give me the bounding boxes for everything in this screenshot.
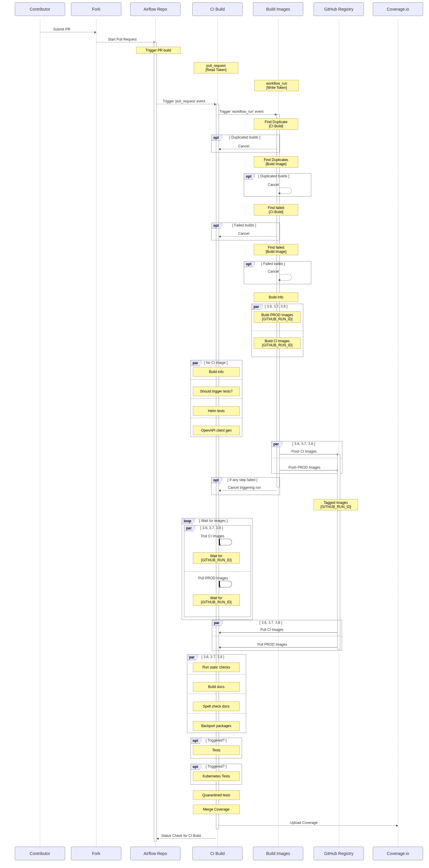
frag-label-par1: par <box>252 304 262 310</box>
frag-label-loop: loop <box>182 518 194 524</box>
actor-cibuild-top: CI Build <box>192 2 242 16</box>
frag-cond-dup2: [ Duplicated builds ] <box>258 174 289 178</box>
arrow-cancel-1 <box>219 149 277 149</box>
msg-upload-cov: Upload Coverage <box>290 820 318 825</box>
msg-cancel-1: Cancel <box>238 144 249 148</box>
note-wait-2: Wait for[GITHUB_RUN_ID] <box>193 594 240 606</box>
frag-label-opt: opt <box>211 135 222 141</box>
frag-cond-ver4: [ 3.6, 3.7, 3.8 ] <box>260 621 282 625</box>
note-build-prod: Build PROD Images[GITHUB_RUN_ID] <box>254 311 301 323</box>
sequence-diagram: Contributor Fork Airflow Repo CI Build B… <box>0 0 429 868</box>
note-openapi: OpenAPI client gen <box>193 426 240 435</box>
arrow-push-prod <box>279 470 339 470</box>
arrow-trigger-wr-event <box>219 114 277 115</box>
self-loop-cancel-bi2 <box>279 274 292 281</box>
actor-coverage-bot: Coverage.io <box>373 847 423 860</box>
note-tagged: Tagged Images[GITHUB_RUN_ID] <box>314 499 358 510</box>
frag-cond-ver3: [ 3.6, 3.7, 3.8 ] <box>200 526 223 530</box>
lifeline-coverage <box>398 19 398 847</box>
msg-pull-ci-2: Pull CI Images <box>260 628 284 632</box>
msg-pull-prod-1: Pull PROD Images <box>198 576 228 580</box>
note-trigger-pr-build: Trigger PR build <box>136 47 180 54</box>
note-tests: Tests <box>193 745 240 755</box>
arrow-status-check <box>157 838 216 839</box>
actor-buildimages-top: Build Images <box>253 2 303 16</box>
frag-label-opt7: opt <box>191 764 201 770</box>
frag-cond-noci: [ No CI image ] <box>204 361 228 365</box>
note-should-trigger: Should trigger tests? <box>193 386 240 396</box>
actor-ghregistry-bot: GitHub Registry <box>314 847 364 860</box>
actor-fork-bot: Fork <box>71 847 121 860</box>
arrow-start-pr <box>96 42 155 42</box>
arrow-cancel-trig <box>219 490 277 491</box>
frag-label-par6: par <box>187 655 198 660</box>
note-build-docs: Build docs <box>193 682 240 691</box>
note-k8s: Kubernetes Tests <box>193 772 240 781</box>
actor-contributor-bot: Contributor <box>15 847 65 860</box>
note-build-info-2: Build info <box>193 367 240 377</box>
note-run-static: Run static checks <box>193 662 240 672</box>
frag-opt-dup-ci: opt [ Duplicated builds ] <box>211 135 280 152</box>
note-merge-cov: Merge Coverage <box>193 805 240 814</box>
arrow-pull-ci-2 <box>219 632 337 633</box>
frag-label-par3: par <box>272 441 282 447</box>
msg-cancel-4: Cancel <box>268 270 279 274</box>
frag-label-opt2: opt <box>244 174 255 179</box>
msg-pull-ci-1: Pull CI Images <box>201 534 224 538</box>
self-loop-pullci <box>219 539 232 545</box>
actor-cibuild-bot: CI Build <box>192 847 242 860</box>
self-loop-cancel-bi <box>279 187 292 194</box>
msg-pull-prod-2: Pull PROD Images <box>257 643 287 647</box>
frag-label-opt4: opt <box>244 261 255 267</box>
note-find-dup-ci: Find Duplicate[CI Build] <box>254 118 298 130</box>
frag-label-opt3: opt <box>211 223 222 228</box>
frag-cond-trig1: [ Triggered? ] <box>206 738 227 742</box>
frag-cond-failed2: [ Failed builds ] <box>261 262 285 266</box>
note-find-failed-ci: Find failed[CI Build] <box>254 204 298 216</box>
activation-airflow <box>154 42 157 841</box>
frag-label-par4: par <box>184 525 195 531</box>
note-wait-1: Wait for[GITHUB_RUN_ID] <box>193 552 240 564</box>
actor-airflow-top: Airflow Repo <box>130 2 180 16</box>
msg-submit-pr: Submit PR <box>53 27 70 31</box>
lifeline-ghregistry <box>339 19 339 847</box>
arrow-push-ci <box>279 454 339 455</box>
frag-label-opt5: opt <box>211 477 222 483</box>
note-backport: Backport packages <box>193 721 240 731</box>
actor-coverage-top: Coverage.io <box>373 2 423 16</box>
self-loop-pullprod <box>219 581 232 587</box>
msg-push-ci: Push CI Images <box>291 450 317 454</box>
note-spell: Spell check docs <box>193 702 240 711</box>
frag-cond-ver5: [ 3.6, 3.7, 3.8 ] <box>201 655 224 659</box>
msg-trigger-pr-event: Trigger 'pull_request' event <box>163 99 205 103</box>
arrow-submit-pr <box>40 32 96 32</box>
note-find-dup-bi: Find Duplicates[Build Image] <box>254 156 298 167</box>
frag-cond-wait: [ Wait for images ] <box>199 519 228 523</box>
msg-status-check: Status Check for CI Build <box>161 834 201 838</box>
note-quarantined: Quarantined tests <box>193 790 240 800</box>
note-pull-request: pull_request[Read Token] <box>194 62 238 73</box>
arrow-trigger-pr-event <box>157 104 216 104</box>
msg-trigger-wr-event: Trigger 'workflow_run' event <box>220 110 264 114</box>
frag-label-par2: par <box>191 360 201 366</box>
frag-label-par5: par <box>212 620 223 626</box>
frag-cond-dup: [ Duplicated builds ] <box>229 135 260 140</box>
frag-cond-failed: [ Failed builds ] <box>232 223 256 227</box>
actor-buildimages-bot: Build Images <box>253 847 303 860</box>
actor-fork-top: Fork <box>71 2 121 16</box>
msg-start-pr: Start Pull Request <box>108 37 137 41</box>
msg-cancel-2: Cancel <box>268 183 279 187</box>
msg-cancel-3: Cancel <box>238 231 249 236</box>
actor-contributor-top: Contributor <box>15 2 65 16</box>
frag-label-opt6: opt <box>191 738 201 744</box>
frag-cond-anyfail: [ If any step failed ] <box>228 478 257 482</box>
note-find-failed-bi: Find failed[Build Image] <box>254 244 298 255</box>
arrow-cancel-3 <box>219 236 277 237</box>
msg-cancel-trig: Cancel triggering run <box>228 486 261 490</box>
note-workflow-run: workflow_run[Write Token] <box>255 80 299 91</box>
note-helm: Helm tests <box>193 406 240 416</box>
arrow-upload-cov <box>219 825 398 826</box>
actor-airflow-bot: Airflow Repo <box>130 847 180 860</box>
msg-push-prod: Push PROD Images <box>289 465 321 469</box>
note-build-info-1: Build info <box>254 292 298 302</box>
